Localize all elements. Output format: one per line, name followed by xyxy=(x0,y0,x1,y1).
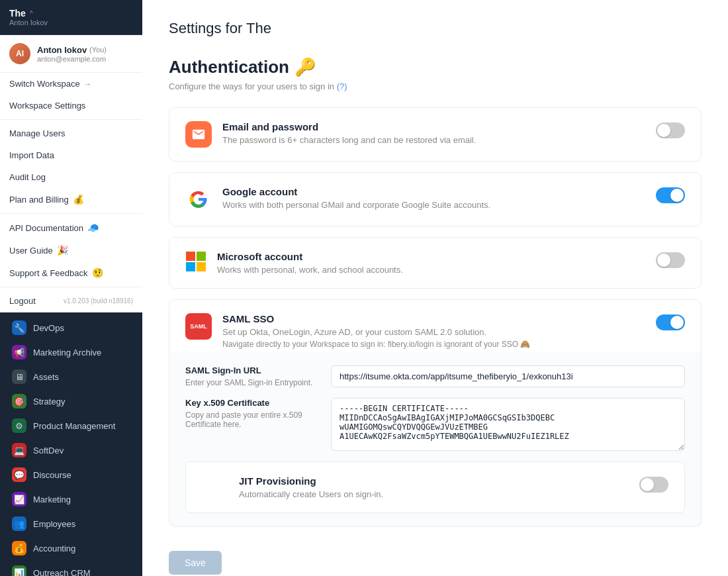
nav-item-discourse[interactable]: 💬 Discourse xyxy=(4,463,138,487)
cert-label: Key x.509 Certificate xyxy=(185,398,318,408)
divider-3 xyxy=(0,287,142,287)
cert-textarea[interactable] xyxy=(331,398,685,451)
sign-in-url-row: SAML Sign-In URL Enter your SAML Sign-in… xyxy=(185,365,685,387)
cert-row: Key x.509 Certificate Copy and paste you… xyxy=(185,398,685,451)
nav-icon-assets: 🖥 xyxy=(12,369,26,384)
google-card-info: Google account Works with both personal … xyxy=(222,186,645,210)
jit-label: JIT Provisioning xyxy=(239,475,629,487)
nav-item-assets[interactable]: 🖥 Assets xyxy=(4,365,138,389)
plan-emoji: 💰 xyxy=(73,194,84,205)
nav-item-softdev[interactable]: 💻 SoftDev xyxy=(4,438,138,462)
section-title: Authentication 🔑 xyxy=(169,57,702,77)
nav-icon-product-management: ⚙ xyxy=(12,418,26,433)
nav-label-marketing-archive: Marketing Archive xyxy=(33,348,101,358)
main-content: Settings for The Authentication 🔑 Config… xyxy=(142,0,728,576)
microsoft-icon xyxy=(185,251,206,272)
jit-toggle[interactable] xyxy=(639,477,668,493)
workspace-settings-label: Workspace Settings xyxy=(9,101,85,111)
jit-info: JIT Provisioning Automatically create Us… xyxy=(239,475,629,499)
email-icon xyxy=(185,121,212,148)
nav-icon-marketing: 📈 xyxy=(12,492,26,506)
audit-log-label: Audit Log xyxy=(9,172,46,182)
workspace-header[interactable]: The ^ Anton Iokov xyxy=(0,0,142,35)
nav-label-strategy: Strategy xyxy=(33,397,65,407)
microsoft-toggle[interactable] xyxy=(656,252,685,268)
svg-rect-4 xyxy=(197,262,206,271)
nav-item-outreach-crm[interactable]: 📊 Outreach CRM xyxy=(4,561,138,576)
user-guide-emoji: 🎉 xyxy=(57,245,68,256)
nav-item-marketing-archive[interactable]: 📢 Marketing Archive xyxy=(4,340,138,364)
switch-workspace-label: Switch Workspace xyxy=(9,79,80,89)
manage-users-label: Manage Users xyxy=(9,128,66,138)
version-text: v1.0.203 (build n18916) xyxy=(64,297,133,305)
saml-toggle[interactable] xyxy=(656,314,685,330)
svg-rect-3 xyxy=(186,262,195,271)
user-info: AI Anton Iokov (You) anton@example.com xyxy=(0,35,142,73)
nav-icon-softdev: 💻 xyxy=(12,443,26,457)
section-subtitle: Configure the ways for your users to sig… xyxy=(169,81,702,91)
cert-hint: Copy and paste your entire x.509 Certifi… xyxy=(185,410,318,429)
avatar: AI xyxy=(9,43,30,64)
nav-icon-marketing-archive: 📢 xyxy=(12,345,26,360)
user-guide-label: User Guide xyxy=(9,246,53,256)
nav-item-strategy[interactable]: 🎯 Strategy xyxy=(4,389,138,413)
nav-label-product-management: Product Management xyxy=(33,421,115,431)
divider-2 xyxy=(0,213,142,214)
nav-label-marketing: Marketing xyxy=(33,495,71,504)
workspace-user: Anton Iokov xyxy=(9,19,133,26)
nav-icon-devops: 🔧 xyxy=(12,320,26,335)
switch-arrow: → xyxy=(84,79,92,89)
google-toggle[interactable] xyxy=(656,187,685,203)
jit-card: JIT Provisioning Automatically create Us… xyxy=(185,461,685,513)
nav-label-devops: DevOps xyxy=(33,323,64,333)
nav-icon-strategy: 🎯 xyxy=(12,394,26,408)
email-toggle[interactable] xyxy=(656,122,685,138)
workspace-settings-item[interactable]: Workspace Settings xyxy=(0,95,142,117)
plan-billing-label: Plan and Billing xyxy=(9,195,69,205)
nav-icon-accounting: 💰 xyxy=(12,541,26,555)
microsoft-card-info: Microsoft account Works with personal, w… xyxy=(217,251,645,275)
import-data-item[interactable]: Import Data xyxy=(0,144,142,166)
logout-item[interactable]: Logout v1.0.203 (build n18916) xyxy=(0,290,142,312)
google-desc: Works with both personal GMail and corpo… xyxy=(222,200,645,210)
email-card-info: Email and password The password is 6+ ch… xyxy=(222,121,645,145)
nav-item-accounting[interactable]: 💰 Accounting xyxy=(4,536,138,560)
support-feedback-item[interactable]: Support & Feedback 🤨 xyxy=(0,262,142,284)
support-feedback-label: Support & Feedback xyxy=(9,268,88,278)
nav-item-marketing[interactable]: 📈 Marketing xyxy=(4,487,138,511)
logout-label: Logout xyxy=(9,296,36,306)
email-card: Email and password The password is 6+ ch… xyxy=(169,107,702,162)
svg-rect-2 xyxy=(197,252,206,261)
user-name: Anton Iokov xyxy=(37,45,87,55)
user-guide-item[interactable]: User Guide 🎉 xyxy=(0,239,142,262)
plan-billing-item[interactable]: Plan and Billing 💰 xyxy=(0,188,142,211)
svg-rect-1 xyxy=(186,252,195,261)
help-link[interactable]: (?) xyxy=(337,81,347,91)
workspace-name: The xyxy=(9,8,26,19)
saml-card-info: SAML SSO Set up Okta, OneLogin, Azure AD… xyxy=(222,313,645,349)
sign-in-url-input[interactable] xyxy=(331,365,685,387)
you-label: (You) xyxy=(89,46,107,54)
google-card: Google account Works with both personal … xyxy=(169,172,702,226)
switch-workspace-item[interactable]: Switch Workspace → xyxy=(0,73,142,95)
microsoft-title: Microsoft account xyxy=(217,251,645,262)
nav-label-softdev: SoftDev xyxy=(33,446,64,456)
nav-item-devops[interactable]: 🔧 DevOps xyxy=(4,316,138,340)
audit-log-item[interactable]: Audit Log xyxy=(0,166,142,188)
manage-users-item[interactable]: Manage Users xyxy=(0,122,142,144)
email-title: Email and password xyxy=(222,121,645,132)
nav-icon-outreach-crm: 📊 xyxy=(12,565,26,576)
nav-icon-employees: 👥 xyxy=(12,516,26,531)
sign-in-url-label: SAML Sign-In URL xyxy=(185,365,318,375)
saml-desc2: Navigate directly to your Workspace to s… xyxy=(222,340,645,349)
saml-title: SAML SSO xyxy=(222,313,645,324)
workspace-caret: ^ xyxy=(30,10,33,17)
nav-item-employees[interactable]: 👥 Employees xyxy=(4,512,138,536)
saml-details: SAML Sign-In URL Enter your SAML Sign-in… xyxy=(169,352,702,527)
nav-item-product-management[interactable]: ⚙ Product Management xyxy=(4,414,138,438)
save-button[interactable]: Save xyxy=(169,551,222,575)
saml-desc: Set up Okta, OneLogin, Azure AD, or your… xyxy=(222,327,645,337)
api-docs-item[interactable]: API Documentation 🧢 xyxy=(0,216,142,239)
divider-1 xyxy=(0,119,142,120)
nav-label-discourse: Discourse xyxy=(33,470,71,480)
